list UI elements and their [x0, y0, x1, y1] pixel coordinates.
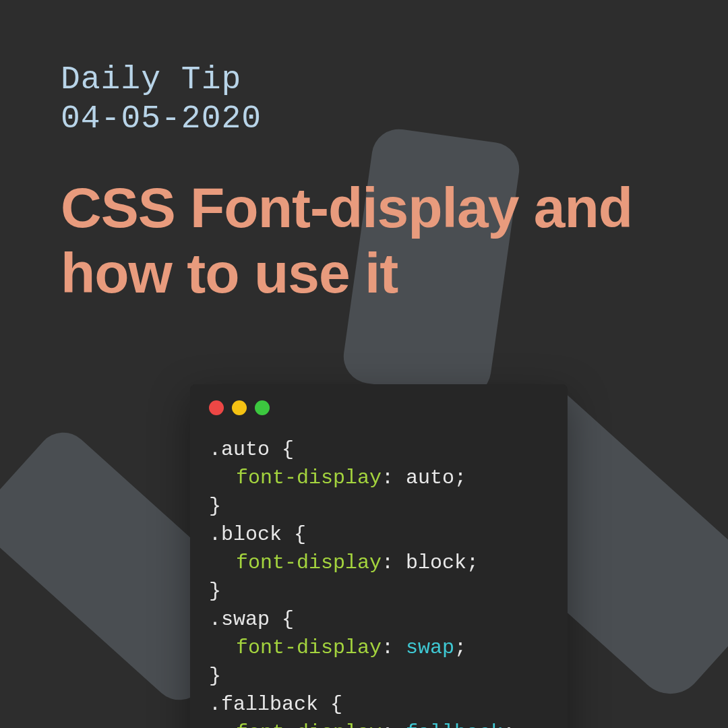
code-line: } — [209, 492, 549, 520]
code-window: .auto {font-display: auto;}.block {font-… — [190, 384, 568, 728]
code-line: } — [209, 577, 549, 605]
maximize-icon — [255, 400, 270, 415]
tip-label: Daily Tip 04-05-2020 — [61, 61, 667, 138]
page-title: CSS Font-display and how to use it — [61, 175, 667, 305]
code-line: .swap { — [209, 605, 549, 634]
code-line: font-display: auto; — [209, 464, 549, 492]
code-line: font-display: fallback; — [209, 719, 549, 728]
code-line: .auto { — [209, 435, 549, 464]
code-line: font-display: swap; — [209, 634, 549, 662]
tip-date: 04-05-2020 — [61, 100, 262, 137]
code-line: .fallback { — [209, 690, 549, 719]
window-controls — [190, 384, 568, 422]
tip-label-text: Daily Tip — [61, 61, 241, 98]
code-line: .block { — [209, 520, 549, 549]
code-content: .auto {font-display: auto;}.block {font-… — [190, 422, 568, 728]
close-icon — [209, 400, 224, 415]
header: Daily Tip 04-05-2020 CSS Font-display an… — [0, 0, 728, 305]
minimize-icon — [232, 400, 247, 415]
code-line: font-display: block; — [209, 549, 549, 577]
code-line: } — [209, 662, 549, 690]
